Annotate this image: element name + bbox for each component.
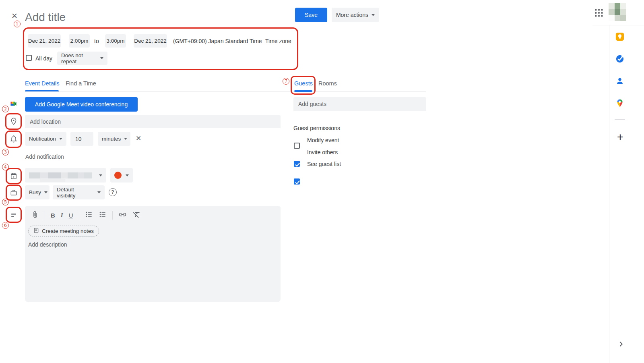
more-actions-button[interactable]: More actions [332,8,379,22]
chevron-down-icon [59,138,62,140]
toolbar-separator [112,211,113,220]
annotation-number-4: 4 [2,164,9,170]
annotation-number-6: 6 [2,222,9,229]
remove-notification-icon[interactable]: ✕ [136,134,141,143]
chevron-down-icon [97,191,101,193]
all-day-label: All day [35,55,52,62]
calendar-selector-dropdown[interactable] [25,168,106,183]
add-google-meet-button[interactable]: Add Google Meet video conferencing [25,97,138,112]
description-editor[interactable] [25,206,281,302]
annotation-number-7: 7 [283,78,289,85]
chevron-down-icon [100,57,103,59]
to-label: to [94,38,99,44]
insert-link-icon[interactable] [118,210,127,220]
tab-find-a-time[interactable]: Find a Time [66,80,96,87]
tab-guests-underline [294,90,312,92]
toolbar-separator [45,211,45,220]
chevron-down-icon [372,14,375,16]
annotation-number-2: 2 [2,106,9,112]
calendar-selector-redacted-sub [40,179,65,182]
google-maps-icon[interactable] [615,99,624,108]
bulleted-list-icon[interactable] [99,210,107,220]
italic-icon[interactable]: I [61,212,63,219]
recurrence-value: Does not repeat [61,52,97,64]
close-icon[interactable]: ✕ [10,11,19,21]
google-keep-icon[interactable] [615,32,624,41]
timezone-button[interactable]: Time zone [265,38,291,44]
chevron-right-icon[interactable] [617,340,625,348]
get-add-ons-plus-icon[interactable]: + [615,131,625,143]
invite-others-checkbox[interactable] [294,161,300,167]
tab-event-details[interactable]: Event Details [25,80,59,87]
see-guest-list-checkbox[interactable] [294,178,300,185]
avatar[interactable] [609,3,626,21]
tabs-divider-left [25,91,298,92]
invite-others-label: Invite others [307,149,338,156]
visibility-dropdown[interactable]: Default visibility [53,185,105,199]
guest-permissions-title: Guest permissions [293,125,340,131]
modify-event-label: Modify event [307,137,339,143]
attachment-icon[interactable] [31,210,39,220]
visibility-value: Default visibility [57,187,94,199]
add-notification-button[interactable]: Add notification [25,153,64,160]
end-time-button[interactable]: 3:00pm [105,34,126,48]
google-contacts-icon[interactable] [615,77,624,85]
annotation-number-3: 3 [2,149,9,156]
sidebar-icons-divider [615,119,625,120]
start-date-button[interactable]: Dec 21, 2022 [28,34,61,48]
notification-bell-icon [10,135,18,145]
description-placeholder[interactable]: Add description [28,241,67,248]
underline-icon[interactable]: U [69,212,73,219]
help-icon[interactable]: ? [109,188,117,196]
all-day-checkbox[interactable] [26,55,32,61]
location-pin-icon [10,117,18,127]
briefcase-icon [10,188,18,199]
tab-rooms[interactable]: Rooms [318,80,337,87]
notification-count-input[interactable] [70,132,93,146]
chevron-down-icon [124,138,127,140]
timezone-text: (GMT+09:00) Japan Standard Time [173,38,262,44]
google-apps-grid-icon[interactable] [594,8,604,18]
bold-icon[interactable]: B [51,212,55,219]
see-guest-list-label: See guest list [307,161,341,167]
modify-event-checkbox[interactable] [294,143,300,149]
chevron-down-icon [126,174,129,176]
add-guests-input[interactable] [293,97,426,111]
location-input[interactable] [25,115,281,128]
editor-toolbar: B I U [31,211,141,220]
notification-type-dropdown[interactable]: Notification [25,132,66,146]
busy-value: Busy [29,189,41,195]
event-title-input[interactable] [25,9,234,26]
google-meet-icon [10,100,17,109]
clear-formatting-icon[interactable] [132,210,141,220]
notification-type-value: Notification [29,136,56,142]
sidebar-top-divider [592,25,644,25]
event-color-dot [114,172,122,179]
description-lines-icon [10,211,18,220]
save-button[interactable]: Save [295,8,327,22]
more-actions-label: More actions [336,12,368,18]
tab-event-details-underline [25,90,59,91]
chevron-down-icon [44,191,47,193]
create-meeting-notes-label: Create meeting notes [42,228,94,234]
create-meeting-notes-button[interactable]: Create meeting notes [28,226,99,236]
busy-dropdown[interactable]: Busy [25,185,50,199]
start-time-button[interactable]: 2:00pm [69,34,90,48]
toolbar-separator [79,211,79,220]
calendar-icon [10,172,18,182]
sidebar-divider [609,25,609,363]
calendar-selector-redacted-text [29,172,92,178]
chevron-down-icon [99,174,102,176]
recurrence-dropdown[interactable]: Does not repeat [57,52,107,65]
notification-unit-dropdown[interactable]: minutes [98,132,130,146]
numbered-list-icon[interactable] [85,210,93,220]
google-tasks-icon[interactable] [615,54,624,63]
annotation-number-5: 5 [2,199,9,205]
meeting-notes-doc-icon [33,227,39,235]
end-date-button[interactable]: Dec 21, 2022 [134,34,167,48]
annotation-number-1: 1 [14,21,21,27]
notification-unit-value: minutes [102,136,121,142]
tab-guests[interactable]: Guests [294,80,313,87]
event-color-dropdown[interactable] [110,168,133,183]
